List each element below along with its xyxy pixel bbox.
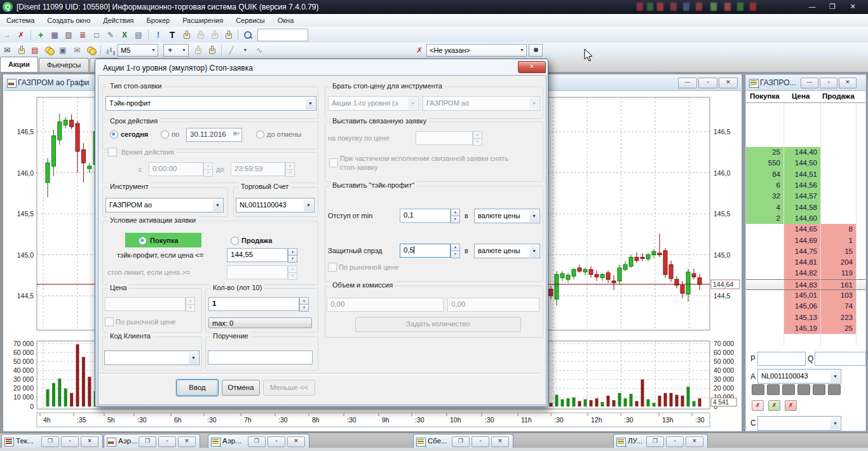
- ob-cell[interactable]: [857, 202, 865, 213]
- taskbar-close-button[interactable]: ✕: [287, 436, 305, 447]
- ob-cell[interactable]: [857, 147, 865, 158]
- tab-Акции[interactable]: Акции: [0, 57, 38, 72]
- envelope-window-icon[interactable]: ✉: [1, 45, 13, 56]
- client-code-select[interactable]: ▼: [104, 350, 200, 365]
- radio-until-label[interactable]: по: [172, 130, 179, 138]
- taskbar-maximize-button[interactable]: ▫: [61, 436, 79, 447]
- trade-account-select[interactable]: NL0011100043▼: [236, 198, 315, 212]
- line-tool-icon[interactable]: ╱: [225, 45, 238, 56]
- stop-source-class-select[interactable]: Акции 1-го уровня (э▼: [328, 96, 419, 111]
- cancel-order-hand-icon[interactable]: [194, 29, 207, 41]
- ob-cell[interactable]: 204: [821, 257, 857, 268]
- ob-cell[interactable]: [746, 290, 784, 301]
- ob-cell[interactable]: [821, 158, 857, 169]
- export-excel-icon[interactable]: X: [118, 29, 131, 41]
- find-window-icon[interactable]: □: [90, 29, 103, 41]
- image-window-icon[interactable]: ▨: [62, 29, 75, 41]
- trader-select[interactable]: <Не указан>▼: [426, 44, 527, 57]
- taskbar-maximize-button[interactable]: ▫: [471, 436, 489, 447]
- ob-cell[interactable]: 144,50: [784, 158, 821, 169]
- ob-cell[interactable]: 144,65: [784, 224, 821, 235]
- chart-window-icon[interactable]: ▦: [48, 29, 61, 41]
- ob-cell[interactable]: 8: [821, 224, 857, 235]
- ob-cell[interactable]: 144,58: [784, 202, 821, 213]
- client-code-select-ob[interactable]: ▼: [757, 416, 841, 431]
- qty-max-bar[interactable]: max: 0: [208, 317, 312, 328]
- ob-cell[interactable]: [857, 158, 865, 169]
- ob-cell[interactable]: 25: [746, 147, 784, 158]
- ob-cell[interactable]: 4: [746, 202, 784, 213]
- ob-cell[interactable]: 119: [821, 268, 857, 279]
- bid-row[interactable]: 25144,40: [746, 147, 865, 158]
- ob-cell[interactable]: [746, 246, 784, 257]
- order-entry-icon[interactable]: [15, 45, 27, 56]
- notebook-icon[interactable]: ▤: [132, 29, 145, 41]
- ask-row[interactable]: 144,691: [746, 235, 865, 246]
- ob-cell[interactable]: 74: [821, 301, 857, 312]
- takeprofit-price-field[interactable]: 144,55: [227, 248, 288, 262]
- chart-minimize-button[interactable]: —: [678, 78, 697, 88]
- pan-hand-icon[interactable]: [205, 45, 218, 56]
- taskbar-item-0[interactable]: Тек...❐▫✕: [1, 434, 103, 448]
- set-quantity-button[interactable]: Задать количество: [355, 317, 521, 332]
- ob-cell[interactable]: 144,82: [784, 268, 821, 279]
- submit-button[interactable]: Ввод: [176, 379, 219, 396]
- new-order-hand-icon[interactable]: [180, 29, 193, 41]
- tab-Фьючерсы[interactable]: Фьючерсы: [39, 58, 89, 72]
- instrument-select[interactable]: ГАЗПРОМ ао▼: [105, 198, 224, 212]
- cancel-orders-button[interactable]: ✗: [752, 400, 764, 411]
- disconnect-icon[interactable]: ✗: [15, 29, 27, 41]
- taskbar-restore-button[interactable]: ❐: [139, 436, 156, 447]
- envelope-icon[interactable]: ✉: [71, 45, 83, 56]
- ask-row[interactable]: 144,658: [746, 224, 865, 235]
- ob-cell[interactable]: 145,13: [784, 312, 821, 323]
- ask-row[interactable]: 145,1925: [746, 323, 865, 334]
- cancel-sell-button[interactable]: ✗: [785, 400, 797, 411]
- taskbar-close-button[interactable]: ✕: [178, 436, 196, 447]
- stop-type-select[interactable]: Тэйк-профит▼: [105, 96, 316, 111]
- column-header-price[interactable]: Цена: [792, 92, 810, 100]
- radio-buy-label[interactable]: Покупка: [150, 237, 179, 244]
- taskbar-item-4[interactable]: ЛУ...❐▫✕: [613, 434, 708, 448]
- taskbar-restore-button[interactable]: ❐: [646, 436, 664, 447]
- ob-cell[interactable]: 145,19: [784, 323, 821, 334]
- ob-cell[interactable]: 144,83: [784, 279, 821, 290]
- offset-spinner[interactable]: ▲▼: [451, 209, 459, 223]
- cancel-buy-button[interactable]: ✗: [768, 400, 780, 411]
- ob-cell[interactable]: 550: [746, 158, 784, 169]
- money-bag-icon[interactable]: [85, 45, 97, 56]
- takeprofit-price-spinner[interactable]: ▲▼: [288, 248, 297, 262]
- search-icon[interactable]: [241, 29, 254, 41]
- orders-group-hand-icon[interactable]: [208, 29, 220, 41]
- linked-cancel-checkbox[interactable]: [329, 158, 338, 167]
- ob-cell[interactable]: [746, 279, 784, 290]
- orderbook-maximize-button[interactable]: ▫: [820, 78, 837, 88]
- ob-cell[interactable]: [857, 191, 865, 202]
- offset-unit-select[interactable]: валюте цены▼: [474, 209, 540, 223]
- orderbook-minimize-button[interactable]: —: [801, 78, 818, 88]
- bid-row[interactable]: 6144,56: [746, 180, 865, 191]
- ob-cell[interactable]: [746, 235, 784, 246]
- ob-cell[interactable]: 145,06: [784, 301, 821, 312]
- ob-cell[interactable]: 84: [746, 169, 784, 180]
- new-window-icon[interactable]: +: [34, 29, 47, 41]
- ob-cell[interactable]: [857, 235, 865, 246]
- ob-tool-button-1[interactable]: [752, 384, 764, 395]
- radio-till-cancel[interactable]: [256, 130, 264, 139]
- ob-cell[interactable]: [857, 279, 865, 290]
- radio-till-cancel-label[interactable]: до отмены: [267, 130, 301, 138]
- ask-row[interactable]: 145,13223: [746, 312, 865, 323]
- coins-icon[interactable]: [43, 45, 55, 56]
- menu-item-2[interactable]: Действия: [97, 17, 140, 24]
- ob-cell[interactable]: [857, 290, 865, 301]
- ob-cell[interactable]: 2: [746, 213, 784, 224]
- taskbar-item-1[interactable]: Аэр...❐▫✕: [104, 434, 200, 448]
- text-label-icon[interactable]: T: [166, 29, 179, 41]
- column-header-buy[interactable]: Покупка: [750, 92, 780, 100]
- bid-row[interactable]: 32144,57: [746, 191, 865, 202]
- taskbar-item-3[interactable]: Сбе...❐▫✕: [413, 434, 513, 448]
- ob-cell[interactable]: 25: [821, 323, 857, 334]
- ob-cell[interactable]: [857, 268, 865, 279]
- window-close-button[interactable]: ✕: [844, 1, 862, 13]
- radio-buy[interactable]: [139, 237, 147, 245]
